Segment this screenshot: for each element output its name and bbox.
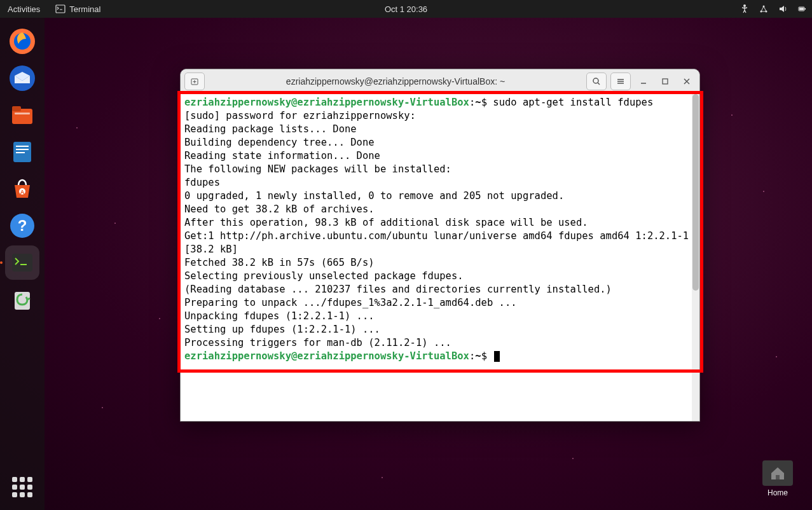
- svg-rect-0: [56, 5, 65, 13]
- home-folder-icon: [762, 460, 793, 486]
- svg-rect-27: [663, 79, 668, 84]
- svg-rect-22: [12, 254, 32, 272]
- network-icon[interactable]: [759, 4, 769, 14]
- active-app-label: Terminal: [69, 4, 100, 14]
- svg-rect-24: [776, 475, 780, 479]
- svg-text:?: ?: [18, 217, 27, 234]
- terminal-scrollbar[interactable]: [692, 93, 699, 421]
- dock-thunderbird[interactable]: [5, 61, 39, 95]
- terminal-icon: [55, 4, 65, 14]
- svg-point-1: [743, 4, 746, 7]
- accessibility-icon[interactable]: [740, 4, 750, 14]
- desktop-home-label: Home: [767, 488, 788, 497]
- terminal-line: Reading state information... Done: [184, 149, 696, 163]
- svg-text:A: A: [20, 189, 25, 195]
- close-icon: [683, 78, 691, 85]
- svg-rect-12: [12, 106, 21, 111]
- terminal-line: Reading package lists... Done: [184, 123, 696, 136]
- window-title: ezriahzippernowsky@ezriahzippernowsky-Vi…: [209, 76, 582, 86]
- power-icon[interactable]: [797, 4, 807, 14]
- dock-terminal[interactable]: [5, 245, 39, 280]
- dock-writer[interactable]: [5, 135, 39, 169]
- window-titlebar[interactable]: ezriahzippernowsky@ezriahzippernowsky-Vi…: [181, 69, 699, 93]
- svg-rect-17: [16, 152, 25, 153]
- dock: A ?: [0, 18, 45, 510]
- new-tab-button[interactable]: [184, 72, 205, 90]
- prompt-user: ezriahzippernowsky@ezriahzippernowsky-Vi…: [184, 350, 469, 362]
- svg-rect-16: [16, 149, 29, 150]
- menu-button[interactable]: [610, 72, 631, 90]
- terminal-line: Building dependency tree... Done: [184, 136, 696, 149]
- desktop-home-folder[interactable]: Home: [762, 460, 793, 497]
- search-icon: [592, 77, 601, 86]
- active-app-indicator[interactable]: Terminal: [53, 3, 103, 15]
- svg-rect-7: [799, 8, 804, 10]
- minimize-icon: [640, 78, 647, 85]
- terminal-line: Get:1 http://ph.archive.ubuntu.com/ubunt…: [184, 230, 696, 256]
- terminal-window: ezriahzippernowsky@ezriahzippernowsky-Vi…: [180, 69, 700, 422]
- clock[interactable]: Oct 1 20:36: [385, 4, 427, 14]
- show-applications-button[interactable]: [7, 472, 38, 502]
- dock-files[interactable]: [5, 98, 39, 132]
- new-tab-icon: [190, 77, 199, 86]
- svg-rect-13: [15, 113, 30, 114]
- scrollbar-thumb[interactable]: [692, 94, 699, 291]
- dock-firefox[interactable]: [5, 24, 39, 59]
- terminal-line: The following NEW packages will be insta…: [184, 163, 696, 176]
- minimize-button[interactable]: [635, 72, 652, 90]
- volume-icon[interactable]: [778, 4, 788, 14]
- maximize-button[interactable]: [656, 72, 674, 90]
- close-button[interactable]: [678, 72, 696, 90]
- dock-software[interactable]: A: [5, 172, 39, 206]
- cursor: [494, 351, 500, 362]
- terminal-line: Fetched 38.2 kB in 57s (665 B/s): [184, 256, 696, 270]
- svg-point-26: [593, 78, 598, 83]
- dock-trash[interactable]: [5, 282, 39, 317]
- terminal-line: fdupes: [184, 176, 696, 190]
- svg-rect-6: [804, 8, 806, 10]
- activities-button[interactable]: Activities: [5, 3, 43, 15]
- dock-help[interactable]: ?: [5, 209, 39, 243]
- hamburger-icon: [616, 77, 625, 86]
- terminal-line: After this operation, 98.3 kB of additio…: [184, 216, 696, 230]
- terminal-line: Unpacking fdupes (1:2.2.1-1) ...: [184, 310, 696, 323]
- terminal-line: (Reading database ... 210237 files and d…: [184, 283, 696, 296]
- top-bar: Activities Terminal Oct 1 20:36: [0, 0, 812, 18]
- search-button[interactable]: [586, 72, 607, 90]
- maximize-icon: [661, 78, 669, 85]
- terminal-line: Need to get 38.2 kB of archives.: [184, 203, 696, 216]
- terminal-line: [sudo] password for ezriahzippernowsky:: [184, 109, 696, 123]
- svg-rect-15: [16, 146, 29, 147]
- terminal-line: 0 upgraded, 1 newly installed, 0 to remo…: [184, 190, 696, 203]
- terminal-line: Preparing to unpack .../fdupes_1%3a2.2.1…: [184, 296, 696, 310]
- prompt-user: ezriahzippernowsky@ezriahzippernowsky-Vi…: [184, 97, 469, 108]
- terminal-line: Selecting previously unselected package …: [184, 270, 696, 283]
- terminal-line: Setting up fdupes (1:2.2.1-1) ...: [184, 323, 696, 336]
- command-text: sudo apt-get install fdupes: [487, 97, 653, 108]
- terminal-line: Processing triggers for man-db (2.11.2-1…: [184, 336, 696, 350]
- terminal-output[interactable]: ezriahzippernowsky@ezriahzippernowsky-Vi…: [181, 93, 699, 421]
